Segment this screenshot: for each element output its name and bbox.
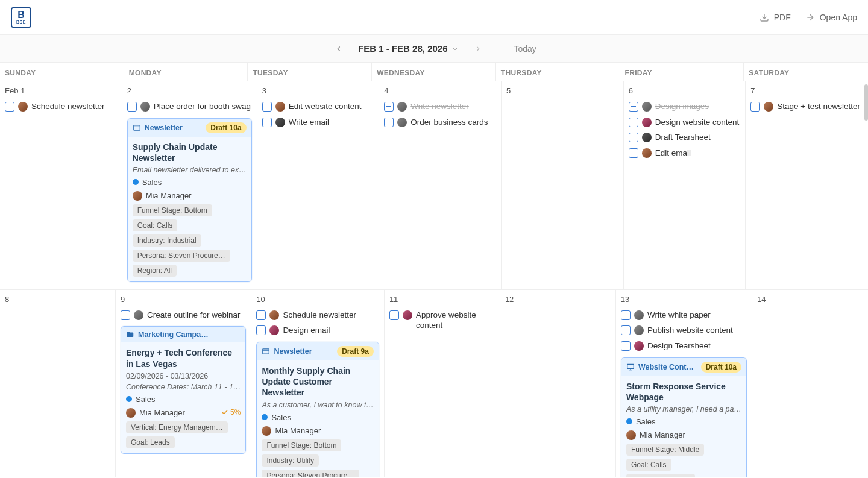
- task-checkbox[interactable]: [389, 310, 399, 320]
- task-checkbox[interactable]: [127, 102, 137, 112]
- calendar-day[interactable]: 4Write newsletterOrder business cards: [379, 81, 502, 289]
- tag[interactable]: Industry: Utility: [262, 454, 319, 467]
- card-owner: Mia Manager5%: [126, 407, 241, 418]
- calendar-day[interactable]: Feb 1Schedule newsletter: [0, 81, 122, 289]
- card-description: Conference Dates: March 11 - 1…: [126, 383, 241, 391]
- tag[interactable]: Funnel Stage: Bottom: [262, 439, 341, 451]
- task-checkbox[interactable]: [629, 133, 638, 142]
- tag[interactable]: Vertical: Energy Managem…: [126, 421, 228, 433]
- calendar-grid[interactable]: Feb 1Schedule newsletter2Place order for…: [0, 81, 868, 477]
- bucket-label: Sales: [271, 413, 291, 422]
- today-button[interactable]: Today: [514, 44, 536, 54]
- task-item[interactable]: Draft Tearsheet: [627, 130, 742, 145]
- calendar-day[interactable]: 9Create outline for webinarMarketing Cam…: [116, 290, 251, 477]
- day-number: 5: [505, 85, 620, 99]
- status-pill: Draft 10a: [206, 122, 246, 133]
- status-pill: Draft 9a: [337, 346, 374, 357]
- task-checkbox[interactable]: [121, 310, 130, 320]
- task-checkbox[interactable]: [256, 325, 266, 335]
- calendar-day[interactable]: 13Write white paperPublish website conte…: [616, 290, 752, 477]
- task-checkbox[interactable]: [629, 102, 638, 112]
- task-item[interactable]: Design email: [255, 322, 380, 338]
- task-checkbox[interactable]: [384, 118, 394, 127]
- calendar-day[interactable]: 3Edit website contentWrite email: [257, 81, 380, 289]
- tag[interactable]: Industry: Industrial: [133, 234, 201, 247]
- calendar-day[interactable]: 2Place order for booth swagNewsletterDra…: [122, 81, 257, 289]
- task-item[interactable]: Write email: [261, 115, 376, 130]
- task-checkbox[interactable]: [256, 310, 266, 320]
- dow-tuesday: TUESDAY: [248, 63, 372, 81]
- tag[interactable]: Region: All: [133, 265, 177, 277]
- content-card[interactable]: Website Cont…Draft 10aStorm Response Ser…: [621, 357, 747, 477]
- prev-month-button[interactable]: [332, 42, 346, 56]
- task-item[interactable]: Design Tearsheet: [620, 338, 748, 354]
- task-item[interactable]: Design images: [627, 99, 742, 115]
- date-range-picker[interactable]: FEB 1 - FEB 28, 2026: [358, 43, 458, 54]
- task-checkbox[interactable]: [384, 102, 394, 112]
- day-of-week-header: SUNDAY MONDAY TUESDAY WEDNESDAY THURSDAY…: [0, 63, 868, 81]
- task-item[interactable]: Place order for booth swag: [126, 99, 253, 115]
- task-checkbox[interactable]: [629, 148, 638, 158]
- task-item[interactable]: Create outline for webinar: [119, 307, 247, 323]
- card-owner: Mia Manager: [626, 430, 741, 440]
- tag[interactable]: Goal: Calls: [626, 459, 671, 471]
- content-card[interactable]: NewsletterDraft 10aSupply Chain Update N…: [127, 118, 252, 282]
- card-owner: Mia Manager: [133, 190, 247, 201]
- card-type-label: Marketing Campaign: [138, 330, 210, 339]
- content-card[interactable]: NewsletterDraft 9aMonthly Supply Chain U…: [256, 342, 379, 477]
- tag[interactable]: Goal: Leads: [126, 436, 175, 448]
- task-checkbox[interactable]: [629, 118, 638, 127]
- task-checkbox[interactable]: [621, 341, 631, 351]
- card-bucket: Sales: [126, 395, 241, 404]
- card-date-range: 02/09/2026 - 03/13/2026: [126, 372, 241, 380]
- assignee-avatar: [140, 102, 150, 112]
- pdf-button[interactable]: PDF: [760, 13, 791, 22]
- calendar-day[interactable]: 5: [502, 81, 624, 289]
- assignee-avatar: [642, 102, 652, 112]
- assignee-avatar: [269, 325, 279, 335]
- tag[interactable]: Funnel Stage: Bottom: [133, 204, 212, 216]
- task-item[interactable]: Stage + test newsletter: [749, 99, 864, 115]
- calendar-day[interactable]: 10Schedule newsletterDesign emailNewslet…: [251, 290, 385, 477]
- tag[interactable]: Persona: Steven Procure…: [262, 470, 359, 477]
- task-item[interactable]: Approve website content: [388, 307, 496, 333]
- task-checkbox[interactable]: [262, 102, 272, 112]
- task-item[interactable]: Order business cards: [383, 115, 497, 130]
- card-tags: Funnel Stage: BottomIndustry: UtilityPer…: [262, 439, 374, 477]
- tag[interactable]: Goal: Calls: [133, 219, 178, 231]
- tag[interactable]: Funnel Stage: Middle: [626, 444, 704, 456]
- task-item[interactable]: Schedule newsletter: [4, 99, 118, 115]
- day-number: 7: [749, 85, 864, 99]
- next-month-button[interactable]: [471, 42, 485, 56]
- scrollbar-thumb[interactable]: [864, 84, 868, 121]
- task-checkbox[interactable]: [621, 325, 631, 335]
- task-item[interactable]: Edit email: [627, 145, 742, 161]
- assignee-avatar: [403, 310, 412, 320]
- calendar-day[interactable]: 8: [0, 290, 116, 477]
- task-item[interactable]: Publish website content: [620, 322, 748, 338]
- task-checkbox[interactable]: [262, 118, 272, 127]
- card-title: Storm Response Service Webpage: [626, 381, 741, 403]
- open-app-button[interactable]: Open App: [805, 13, 857, 22]
- task-checkbox[interactable]: [5, 102, 14, 112]
- calendar-week: 89Create outline for webinarMarketing Ca…: [0, 290, 868, 477]
- tag[interactable]: Persona: Steven Procure…: [133, 250, 230, 262]
- task-checkbox[interactable]: [750, 102, 760, 112]
- task-checkbox[interactable]: [621, 310, 631, 320]
- calendar-day[interactable]: 7Stage + test newsletter: [746, 81, 868, 289]
- calendar-day[interactable]: 6Design imagesDesign website contentDraf…: [624, 81, 746, 289]
- task-item[interactable]: Design website content: [627, 115, 742, 130]
- task-item[interactable]: Write white paper: [620, 307, 748, 323]
- task-item[interactable]: Write newsletter: [383, 99, 497, 115]
- task-item[interactable]: Schedule newsletter: [255, 307, 380, 323]
- task-label: Design images: [655, 101, 741, 112]
- dow-sunday: SUNDAY: [0, 63, 124, 81]
- assignee-avatar: [134, 310, 143, 320]
- content-card[interactable]: Marketing CampaignEnergy + Tech Conferen…: [121, 326, 246, 453]
- day-number: 14: [756, 294, 864, 307]
- task-item[interactable]: Edit website content: [261, 99, 376, 115]
- calendar-day[interactable]: 12: [500, 290, 616, 477]
- calendar-day[interactable]: 11Approve website content: [385, 290, 500, 477]
- tag[interactable]: Industry: Industrial: [626, 474, 695, 477]
- calendar-day[interactable]: 14: [752, 290, 868, 477]
